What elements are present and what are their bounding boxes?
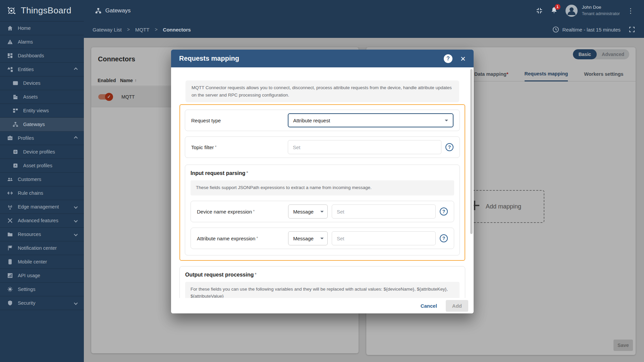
required-mark: *: [255, 272, 256, 277]
help-icon[interactable]: ?: [444, 54, 452, 63]
notification-center-icon: [7, 245, 13, 251]
breadcrumb-bar: Gateway List > MQTT > Connectors Realtim…: [84, 21, 644, 38]
sidebar-item-notification-center[interactable]: Notification center: [0, 241, 84, 255]
chevron-down-icon: [74, 232, 77, 236]
user-role: Tenant administrator: [582, 11, 620, 16]
sidebar-item-device-profiles[interactable]: D Device profiles: [0, 145, 84, 159]
security-shield-icon: [7, 300, 13, 306]
sidebar-nav: Home Alarms Dashboards Entities Devices …: [0, 21, 84, 310]
attribute-name-expression-input[interactable]: [332, 231, 436, 245]
kebab-menu-icon[interactable]: ⋮: [627, 7, 634, 14]
breadcrumb-separator: >: [127, 27, 130, 32]
required-mark: *: [256, 236, 258, 241]
attribute-name-expression-row: Attribute name expression* Message ?: [191, 228, 454, 249]
sidebar-item-api-usage[interactable]: API usage: [0, 269, 84, 283]
dialog-scrollbar[interactable]: [470, 69, 473, 234]
svg-text:D: D: [14, 150, 16, 154]
mobile-center-icon: [7, 259, 13, 265]
thingsboard-logo-icon: [5, 5, 17, 17]
entities-icon: [7, 66, 13, 72]
top-header: Gateways 1 John Doe Tenant administrator…: [84, 0, 644, 21]
edge-management-icon: [7, 204, 13, 210]
sidebar-item-security[interactable]: Security: [0, 296, 84, 310]
sidebar-item-edge-management[interactable]: Edge management: [0, 200, 84, 214]
breadcrumb-gateway-list[interactable]: Gateway List: [93, 27, 122, 33]
notification-badge: 1: [555, 4, 560, 10]
sidebar: ThingsBoard Home Alarms Dashboards Entit…: [0, 0, 84, 362]
section-hint: For these fields you can use the followi…: [185, 282, 460, 298]
help-icon[interactable]: ?: [440, 207, 448, 216]
device-profiles-icon: D: [12, 149, 19, 155]
request-type-label: Request type: [191, 118, 288, 123]
section-hint: These fields support JSONPath expression…: [191, 180, 454, 195]
topic-filter-input[interactable]: [288, 140, 441, 154]
clock-icon: [552, 26, 559, 33]
breadcrumb-connectors: Connectors: [163, 27, 191, 33]
sidebar-item-entity-views[interactable]: Entity views: [0, 104, 84, 118]
output-request-processing-section: Output request processing* For these fie…: [179, 266, 465, 298]
sidebar-item-assets[interactable]: Assets: [0, 90, 84, 104]
customers-icon: [7, 176, 13, 182]
user-menu[interactable]: John Doe Tenant administrator: [565, 4, 620, 17]
gateways-icon: [95, 7, 102, 14]
request-type-select[interactable]: Attribute request: [288, 113, 453, 127]
attribute-name-source-select[interactable]: Message: [288, 231, 328, 245]
sidebar-item-rule-chains[interactable]: Rule chains: [0, 186, 84, 200]
sidebar-item-settings[interactable]: Settings: [0, 283, 84, 296]
brand[interactable]: ThingsBoard: [0, 0, 84, 21]
timewindow-button[interactable]: Realtime - last 15 minutes: [552, 26, 635, 33]
user-info: John Doe Tenant administrator: [582, 4, 620, 16]
advanced-features-icon: [7, 218, 13, 224]
profiles-icon: [7, 135, 13, 141]
resources-icon: [7, 231, 13, 237]
highlighted-form-section: Request type Attribute request Topic fil…: [179, 104, 465, 261]
chevron-up-icon: [74, 67, 77, 71]
device-name-expression-label: Device name expression*: [197, 209, 288, 215]
api-usage-icon: [7, 273, 13, 279]
sidebar-item-asset-profiles[interactable]: A Asset profiles: [0, 159, 84, 173]
add-button[interactable]: Add: [446, 300, 468, 312]
timewindow-label: Realtime - last 15 minutes: [562, 27, 621, 33]
help-icon[interactable]: ?: [445, 143, 453, 151]
notifications-button[interactable]: 1: [550, 6, 558, 15]
chevron-down-icon: [74, 301, 77, 305]
dialog-header: Requests mapping ? ×: [171, 50, 474, 67]
exit-fullscreen-icon[interactable]: [536, 7, 543, 14]
sidebar-item-resources[interactable]: Resources: [0, 228, 84, 241]
help-icon[interactable]: ?: [440, 234, 448, 242]
user-name: John Doe: [582, 5, 601, 10]
chevron-down-icon: [445, 120, 448, 121]
settings-gear-icon: [7, 286, 13, 292]
sidebar-item-mobile-center[interactable]: Mobile center: [0, 255, 84, 269]
fullscreen-icon[interactable]: [629, 26, 635, 33]
sidebar-item-dashboards[interactable]: Dashboards: [0, 49, 84, 63]
chevron-down-icon: [320, 238, 324, 239]
topic-filter-label: Topic filter*: [191, 144, 288, 150]
device-name-expression-row: Device name expression* Message ?: [191, 201, 454, 222]
sidebar-item-home[interactable]: Home: [0, 21, 84, 35]
sidebar-item-profiles[interactable]: Profiles: [0, 131, 84, 145]
svg-text:A: A: [14, 164, 16, 167]
header-actions: 1 John Doe Tenant administrator ⋮: [536, 4, 634, 17]
devices-icon: [12, 80, 19, 86]
cancel-button[interactable]: Cancel: [415, 300, 442, 311]
sidebar-item-advanced-features[interactable]: Advanced features: [0, 214, 84, 228]
request-type-row: Request type Attribute request: [185, 110, 460, 131]
close-icon[interactable]: ×: [461, 54, 466, 63]
sidebar-item-gateways[interactable]: Gateways: [0, 118, 84, 131]
device-name-expression-input[interactable]: [332, 204, 436, 219]
entity-views-icon: [12, 108, 19, 114]
sidebar-item-customers[interactable]: Customers: [0, 173, 84, 186]
required-mark: *: [247, 170, 248, 175]
dialog-footer: Cancel Add: [171, 298, 474, 313]
sidebar-item-devices[interactable]: Devices: [0, 76, 84, 90]
section-title: Output request processing*: [185, 272, 460, 278]
avatar: [565, 4, 578, 17]
device-name-source-select[interactable]: Message: [288, 204, 328, 219]
dashboards-icon: [7, 53, 13, 59]
breadcrumb-mqtt[interactable]: MQTT: [135, 27, 150, 33]
required-mark: *: [215, 144, 217, 149]
sidebar-item-entities[interactable]: Entities: [0, 63, 84, 76]
sidebar-item-alarms[interactable]: Alarms: [0, 35, 84, 49]
home-icon: [7, 25, 13, 31]
